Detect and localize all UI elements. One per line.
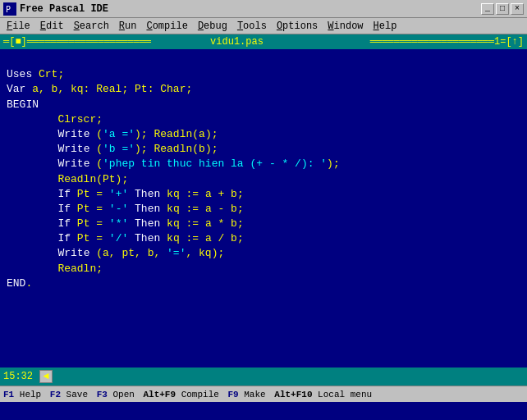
menu-edit[interactable]: Edit — [35, 20, 69, 33]
tab-lineinfo: 1=[↑] — [494, 36, 524, 48]
menu-run[interactable]: Run — [114, 20, 142, 33]
fkey-altf9-label: Compile — [176, 390, 224, 399]
editor-statusbar: 15:32 ◄ — [0, 368, 527, 386]
titlebar-controls: _ □ × — [481, 3, 524, 15]
fkey-f2[interactable]: F2 Save — [50, 390, 94, 399]
tab-filename: vidu1.pas — [151, 36, 323, 48]
fkey-f2-key: F2 — [50, 390, 61, 399]
fkey-altf10-label: Local menu — [313, 390, 373, 399]
svg-text:P: P — [6, 5, 11, 14]
fkey-altf10[interactable]: Alt+F10 Local menu — [274, 390, 372, 399]
menubar: File Edit Search Run Compile Debug Tools… — [0, 18, 527, 34]
menu-search[interactable]: Search — [69, 20, 114, 33]
fkey-altf10-key: Alt+F10 — [274, 390, 312, 399]
cursor-position: 15:32 — [3, 371, 33, 382]
menu-debug[interactable]: Debug — [193, 20, 232, 33]
fkey-altf9-key: Alt+F9 — [143, 390, 176, 399]
code-editor[interactable]: Uses Crt; Var a, b, kq: Real; Pt: Char; … — [0, 49, 527, 368]
scroll-left-icon[interactable]: ◄ — [39, 370, 53, 383]
scroll-arrow-icon: ◄ — [43, 371, 48, 382]
minimize-button[interactable]: _ — [481, 3, 494, 15]
fkeybar: F1 Help F2 Save F3 Open Alt+F9 Compile F… — [0, 386, 527, 402]
fkey-f3-label: Open — [108, 390, 140, 399]
tab-left: ═[■]═════════════════════ — [3, 36, 151, 48]
menu-tools[interactable]: Tools — [232, 20, 272, 33]
menu-file[interactable]: File — [2, 20, 35, 33]
maximize-button[interactable]: □ — [496, 3, 509, 15]
app-title: Free Pascal IDE — [20, 3, 108, 15]
menu-help[interactable]: Help — [369, 20, 402, 33]
fkey-f1-label: Help — [14, 390, 47, 399]
menu-options[interactable]: Options — [272, 20, 323, 33]
fkey-altf9[interactable]: Alt+F9 Compile — [143, 390, 224, 399]
editor-container: ═[■]═════════════════════ vidu1.pas ════… — [0, 34, 527, 386]
fkey-f2-label: Save — [61, 390, 94, 399]
fkey-f1-key: F1 — [3, 390, 14, 399]
titlebar: P Free Pascal IDE _ □ × — [0, 0, 527, 18]
tabbar: ═[■]═════════════════════ vidu1.pas ════… — [0, 34, 527, 49]
fkey-f9[interactable]: F9 Make — [227, 390, 271, 399]
fkey-f1[interactable]: F1 Help — [3, 390, 47, 399]
close-button[interactable]: × — [511, 3, 524, 15]
fkey-f3-key: F3 — [97, 390, 108, 399]
fkey-f9-label: Make — [239, 390, 272, 399]
app-icon: P — [3, 2, 16, 16]
menu-compile[interactable]: Compile — [141, 20, 192, 33]
tab-filler: ═════════════════════ — [323, 36, 494, 48]
fkey-f9-key: F9 — [227, 390, 238, 399]
menu-window[interactable]: Window — [323, 20, 368, 33]
titlebar-left: P Free Pascal IDE — [3, 2, 108, 16]
fkey-f3[interactable]: F3 Open — [97, 390, 140, 399]
